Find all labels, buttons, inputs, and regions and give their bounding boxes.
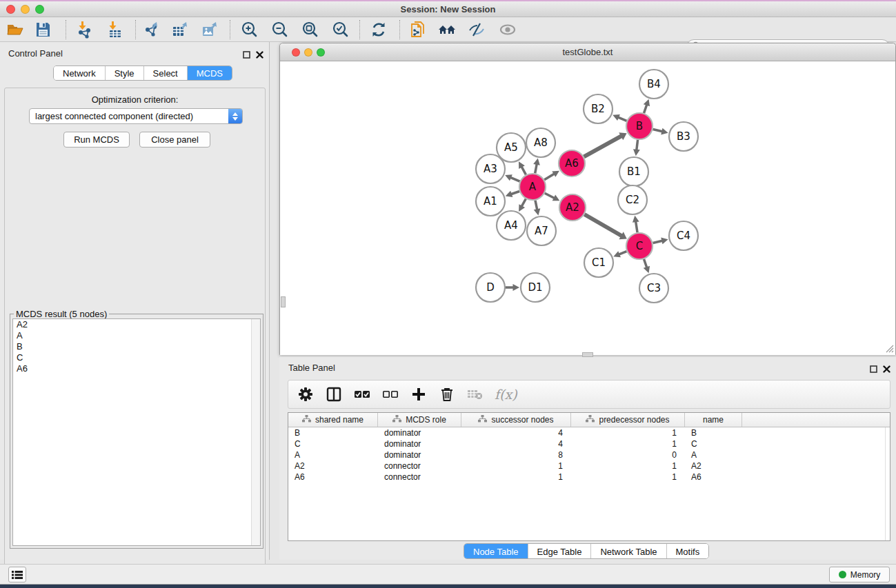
edge-line[interactable]: [584, 136, 622, 156]
mcds-result-item[interactable]: A2: [13, 319, 260, 330]
tab-motifs[interactable]: Motifs: [667, 544, 709, 558]
edge-line[interactable]: [535, 201, 537, 210]
node-table[interactable]: shared nameMCDS rolesuccessor nodesprede…: [288, 412, 890, 541]
export-image-icon[interactable]: [200, 20, 219, 39]
table-cell[interactable]: dominator: [378, 439, 461, 449]
float-panel-icon[interactable]: [870, 363, 877, 376]
table-cell[interactable]: A2: [685, 461, 742, 471]
table-row[interactable]: Bdominator41B: [288, 427, 890, 438]
table-cell[interactable]: dominator: [378, 450, 461, 460]
tab-style[interactable]: Style: [106, 66, 144, 80]
show-details-icon[interactable]: [498, 20, 517, 39]
table-cell[interactable]: 1: [571, 461, 685, 471]
table-cell[interactable]: 0: [571, 450, 685, 460]
tab-select[interactable]: Select: [144, 66, 188, 80]
edge-line[interactable]: [636, 221, 637, 232]
table-cell[interactable]: 1: [571, 439, 685, 449]
delete-icon[interactable]: [438, 385, 456, 403]
edge-line[interactable]: [535, 164, 537, 173]
zoom-fit-icon[interactable]: [300, 20, 319, 39]
tab-network-table[interactable]: Network Table: [591, 544, 666, 558]
network-zoom-button[interactable]: [317, 48, 325, 57]
dropdown-stepper-icon[interactable]: [228, 109, 242, 123]
float-panel-icon[interactable]: [243, 49, 250, 61]
edge-line[interactable]: [521, 199, 526, 206]
gear-icon[interactable]: [297, 385, 315, 403]
import-table-icon[interactable]: [105, 20, 124, 39]
zoom-selected-icon[interactable]: [330, 20, 350, 39]
task-history-button[interactable]: [8, 567, 26, 582]
close-window-button[interactable]: [6, 5, 15, 14]
table-cell[interactable]: A6: [685, 472, 742, 482]
zoom-in-icon[interactable]: [239, 20, 259, 39]
run-mcds-button[interactable]: Run MCDS: [63, 132, 130, 148]
memory-button[interactable]: Memory: [829, 567, 890, 582]
network-canvas[interactable]: B4B2BB3A5A8A6A3B1AA1C2A2A4A7CC4C1C3DD1: [280, 61, 895, 355]
mcds-result-list[interactable]: A2ABCA6: [12, 318, 261, 546]
edge-line[interactable]: [544, 174, 554, 180]
open-folder-icon[interactable]: [6, 20, 25, 39]
close-panel-icon[interactable]: [883, 363, 890, 376]
function-builder-icon[interactable]: f(x): [495, 387, 517, 402]
delete-table-icon[interactable]: [466, 385, 484, 403]
split-column-icon[interactable]: [325, 385, 343, 403]
table-cell[interactable]: A6: [288, 472, 378, 482]
network-minimize-button[interactable]: [304, 48, 312, 57]
scrollbar-track[interactable]: [251, 319, 260, 545]
table-row[interactable]: A6connector11A6: [288, 472, 890, 483]
tab-node-table[interactable]: Node Table: [464, 544, 528, 558]
edge-line[interactable]: [644, 105, 647, 113]
table-cell[interactable]: B: [288, 428, 378, 438]
table-cell[interactable]: C: [685, 439, 742, 449]
mcds-result-item[interactable]: A6: [13, 363, 260, 374]
network-close-button[interactable]: [292, 48, 300, 57]
table-cell[interactable]: dominator: [378, 428, 461, 438]
table-cell[interactable]: C: [288, 439, 378, 449]
edge-line[interactable]: [644, 259, 647, 267]
tab-network[interactable]: Network: [54, 66, 106, 80]
table-cell[interactable]: 4: [461, 428, 571, 438]
first-neighbors-icon[interactable]: [408, 20, 428, 39]
add-column-icon[interactable]: [410, 385, 428, 403]
edge-line[interactable]: [637, 140, 638, 150]
table-cell[interactable]: 1: [571, 428, 685, 438]
table-cell[interactable]: 1: [571, 472, 685, 482]
table-cell[interactable]: A: [685, 450, 742, 460]
network-window-titlebar[interactable]: testGlobe.txt: [280, 43, 895, 61]
resize-grip-icon[interactable]: [884, 343, 894, 353]
column-header-MCDS-role[interactable]: MCDS role: [378, 413, 461, 427]
column-header-shared-name[interactable]: shared name: [288, 413, 378, 427]
edge-line[interactable]: [619, 252, 626, 255]
close-panel-icon[interactable]: [256, 49, 263, 61]
table-row[interactable]: A2connector11A2: [288, 460, 890, 472]
import-network-icon[interactable]: [74, 20, 94, 39]
mcds-result-item[interactable]: A: [13, 330, 260, 341]
table-cell[interactable]: connector: [378, 472, 461, 482]
mcds-result-item[interactable]: B: [13, 341, 260, 352]
save-icon[interactable]: [33, 20, 52, 39]
table-cell[interactable]: connector: [378, 461, 461, 471]
refresh-icon[interactable]: [369, 20, 388, 39]
criterion-dropdown[interactable]: largest connected component (directed): [29, 108, 243, 124]
table-cell[interactable]: 8: [461, 450, 571, 460]
edge-line[interactable]: [653, 130, 662, 132]
hide-details-icon[interactable]: [467, 20, 486, 39]
table-cell[interactable]: A2: [288, 461, 378, 471]
select-all-icon[interactable]: [353, 385, 371, 403]
table-cell[interactable]: 1: [461, 472, 571, 482]
home-icon[interactable]: [437, 20, 457, 39]
table-cell[interactable]: 4: [461, 439, 571, 449]
zoom-out-icon[interactable]: [270, 20, 289, 39]
column-header-successor-nodes[interactable]: successor nodes: [461, 413, 571, 427]
splitter-handle[interactable]: [281, 296, 286, 307]
export-network-icon[interactable]: [142, 20, 161, 39]
column-header-name[interactable]: name: [685, 413, 742, 427]
edge-line[interactable]: [653, 241, 662, 243]
edge-line[interactable]: [618, 117, 626, 121]
minimize-window-button[interactable]: [21, 5, 30, 14]
table-row[interactable]: Cdominator41C: [288, 438, 890, 449]
mcds-result-item[interactable]: C: [13, 352, 260, 363]
tab-edge-table[interactable]: Edge Table: [528, 544, 592, 558]
table-cell[interactable]: B: [685, 428, 742, 438]
deselect-all-icon[interactable]: [381, 385, 399, 403]
